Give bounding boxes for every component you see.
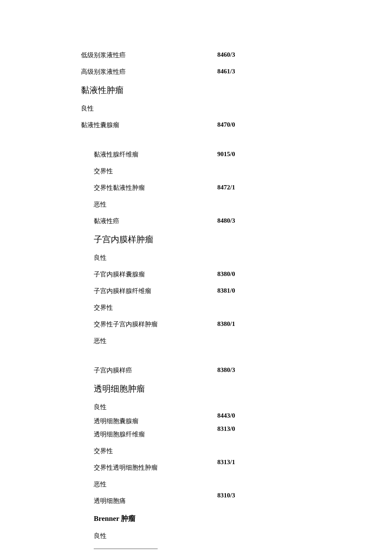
- section-heading: Brenner 肿瘤: [94, 514, 311, 523]
- list-item: 透明细胞囊腺瘤 8443/0: [94, 417, 311, 425]
- indent-block: 黏液性腺纤维瘤 9015/0 交界性 交界性黏液性肿瘤 8472/1 恶性 黏液…: [94, 151, 311, 549]
- term-code: 8480/3: [217, 217, 235, 225]
- list-item: 子宫内膜样癌 8380/3: [94, 366, 311, 375]
- term-label: 高级别浆液性癌: [81, 68, 217, 76]
- term-code: 8380/3: [217, 366, 235, 375]
- term-label: 子宫内膜样腺纤维瘤: [94, 287, 217, 295]
- list-item: 黏液性癌 8480/3: [94, 217, 311, 225]
- term-code: 8313/1: [217, 459, 235, 467]
- term-label: 透明细胞腺纤维瘤: [94, 430, 217, 439]
- sub-heading: 良性: [94, 532, 311, 540]
- list-item: 子宫内膜样腺纤维瘤 8381/0: [94, 287, 311, 295]
- term-code: 8461/3: [217, 68, 235, 76]
- section-heading: 黏液性肿瘤: [81, 84, 311, 96]
- sub-heading: 恶性: [94, 200, 311, 209]
- list-item: 黏液性囊腺瘤 8470/0: [81, 121, 311, 129]
- term-label: 透明细胞痛: [94, 497, 217, 505]
- term-label: 交界性子宫内膜样肿瘤: [94, 320, 217, 328]
- term-code: 8472/1: [217, 184, 235, 192]
- list-item: 子官内膜样囊腺瘤 8380/0: [94, 270, 311, 279]
- sub-heading: 良性: [94, 254, 311, 262]
- term-code: 8460/3: [217, 51, 235, 59]
- document-page: 低级别浆液性癌 8460/3 高级别浆液性癌 8461/3 黏液性肿瘤 良性 黏…: [0, 0, 392, 555]
- list-item: 高级别浆液性癌 8461/3: [81, 68, 311, 76]
- sub-heading: 交界性: [94, 304, 311, 312]
- list-item: 低级别浆液性癌 8460/3: [81, 51, 311, 59]
- sub-heading: 良性: [94, 403, 311, 411]
- sub-heading: 恶性: [94, 480, 311, 488]
- term-code: 8380/0: [217, 270, 235, 279]
- term-code: 8313/0: [217, 425, 235, 433]
- list-item: 交界性子宫内膜样肿瘤 8380/1: [94, 320, 311, 328]
- term-label: 交界性透明细胞性肿瘤: [94, 464, 217, 472]
- sub-heading: 良性: [81, 105, 311, 113]
- section-heading: 透明细胞肿瘤: [94, 383, 311, 395]
- term-code: 9015/0: [217, 151, 235, 159]
- sub-heading: 交界性: [94, 167, 311, 175]
- list-item: 透明细胞腺纤维瘤 8313/0: [94, 430, 311, 439]
- term-code: 8381/0: [217, 287, 235, 295]
- list-item: 透明细胞痛 8310/3: [94, 497, 311, 505]
- list-item: 交界性黏液性肿瘤 8472/1: [94, 184, 311, 192]
- term-label: 子宫内膜样癌: [94, 366, 217, 375]
- sub-heading: 恶性: [94, 337, 311, 345]
- term-label: 黏液性囊腺瘤: [81, 121, 217, 129]
- term-label: 子官内膜样囊腺瘤: [94, 270, 217, 279]
- term-code: 8380/1: [217, 320, 235, 328]
- list-item: 交界性透明细胞性肿瘤 8313/1: [94, 464, 311, 472]
- term-label: 交界性黏液性肿瘤: [94, 184, 217, 192]
- section-heading: 子宫内膜样肿瘤: [94, 234, 311, 245]
- term-label: 低级别浆液性癌: [81, 51, 217, 59]
- list-item: 黏液性腺纤维瘤 9015/0: [94, 151, 311, 159]
- sub-heading: 交界性: [94, 447, 311, 455]
- term-code: 8310/3: [217, 492, 235, 500]
- term-label: 黏液性癌: [94, 217, 217, 225]
- term-code: 8443/0: [217, 412, 235, 420]
- term-label: 透明细胞囊腺瘤: [94, 417, 217, 425]
- term-code: 8470/0: [217, 121, 235, 129]
- horizontal-rule: [94, 549, 158, 549]
- term-label: 黏液性腺纤维瘤: [94, 151, 217, 159]
